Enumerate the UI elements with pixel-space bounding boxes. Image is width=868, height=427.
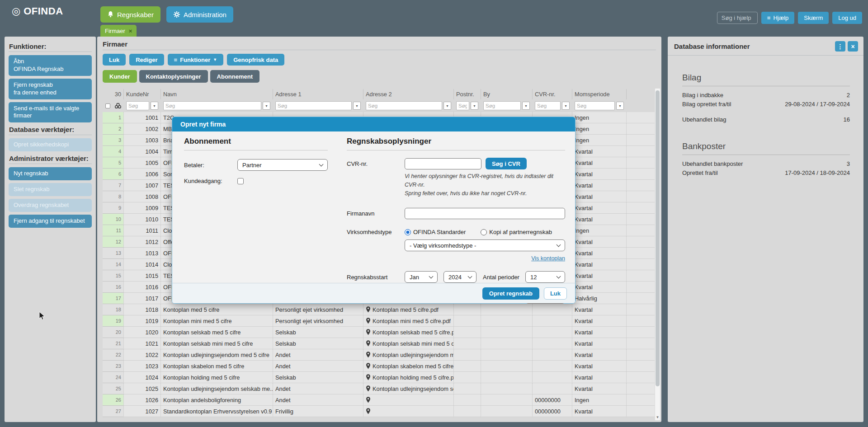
tab-firmaer[interactable]: Firmaer × [100,25,137,37]
filter-input-cvr[interactable] [535,101,561,110]
cell-by [481,304,532,315]
nav-administration-button[interactable]: Administration [166,6,233,23]
column-header-adresse2[interactable]: Adresse 2 [363,89,453,99]
filter-input-adresse1[interactable] [275,101,352,110]
column-header-adresse1[interactable]: Adresse 1 [273,89,363,99]
filter-input-postnr[interactable] [456,101,469,110]
table-row[interactable]: 251025Kontoplan udlejningsejendom selska… [103,383,656,394]
radio-kopi-partnerregnskab[interactable] [481,229,487,235]
column-header-by[interactable]: By [481,89,532,99]
sidebar-button[interactable]: Fjern regnskab fra denne enhed [9,79,92,99]
table-row[interactable]: 271027Standardkontoplan Erhvervsstyrelse… [103,406,656,417]
filter-input-navn[interactable] [163,101,261,110]
filter-dropdown-navn[interactable]: ▼ [263,102,270,110]
filter-input-moms[interactable] [575,101,615,110]
view-tab[interactable]: Abonnement [210,70,259,83]
table-row[interactable]: 211021Kontoplan selskab mini med 5 cifre… [103,338,656,349]
info-row-value: 3 [847,160,850,169]
sog-i-cvr-button[interactable]: Søg i CVR [486,158,527,169]
panel-close-button[interactable]: × [848,41,858,52]
sidebar-button[interactable]: Åbn OFINDA Regnskab [9,55,92,76]
column-header-moms[interactable]: Momsperiode [572,89,626,99]
cell-adresse2: Kontoplan med 5 cifre.pdf [363,304,453,315]
table-row[interactable]: 191019Kontoplan mini med 5 cifrePersonli… [103,315,656,327]
modal-luk-button[interactable]: Luk [544,287,567,300]
table-row[interactable]: 201020Kontoplan selskab med 5 cifreSelsk… [103,327,656,338]
filter-dropdown-by[interactable]: ▼ [522,102,530,110]
cell-moms: Kvartal [572,361,626,372]
firmanavn-input[interactable] [405,208,565,219]
cell-cvr [532,327,572,338]
tab-close-icon[interactable]: × [129,28,132,34]
pin-wrap [366,385,373,392]
filter-dropdown-moms[interactable]: ▼ [616,102,624,110]
genopfrisk-button[interactable]: Genopfrisk data [227,54,284,66]
logout-button[interactable]: Log ud [832,12,862,24]
info-row-label: Bilag i indbakke [682,91,847,100]
sidebar-button[interactable]: Nyt regnskab [9,167,92,180]
funktioner-menu-button[interactable]: ≡ Funktioner ▼ [168,54,224,66]
filter-input-adresse2[interactable] [366,101,442,110]
row-filler [626,135,656,146]
filter-input-kundenr[interactable] [126,101,149,110]
kundeadgang-checkbox[interactable] [237,178,244,184]
sidebar-button[interactable]: Send e-mails til de valgte firmaer [9,102,92,123]
panel-menu-button[interactable]: ⋮ [835,41,845,52]
filter-dropdown-adresse2[interactable]: ▼ [443,102,451,110]
virksomhedstype-select[interactable]: - Vælg virksomhedstype - [405,239,565,251]
scroll-down-arrow-icon[interactable]: ▼ [655,415,660,419]
row-number: 2 [103,123,123,135]
gear-icon [173,11,180,18]
scrollbar-thumb[interactable] [656,90,660,386]
view-tab[interactable]: Kontaktoplysninger [139,70,208,83]
cell-moms: Ingen [572,123,626,135]
table-row[interactable]: 231023Kontoplan skabelon med 5 cifreAnde… [103,361,656,372]
cvr-input[interactable] [405,158,481,169]
rediger-button[interactable]: Rediger [129,54,164,66]
year-select[interactable]: 2024 [443,271,476,283]
column-header-postnr[interactable]: Postnr. [453,89,481,99]
radio-ofinda-standarder[interactable] [405,229,411,235]
table-row[interactable]: 181018Kontoplan med 5 cifrePersonligt ej… [103,304,656,315]
betaler-label: Betaler: [184,162,237,169]
cell-navn: Kontoplan udlejningsejendom selskab me..… [160,383,273,394]
column-header-cvr[interactable]: CVR-nr. [532,89,572,99]
filter-input-by[interactable] [483,101,521,110]
info-row-label: Ubehandlet bilag [682,115,844,124]
sidebar-button[interactable]: Overdrag regnskabet [9,199,92,212]
table-row[interactable]: 241024Kontoplan holding med 5 cifreSelsk… [103,372,656,383]
row-filler [626,383,656,394]
table-row[interactable]: 261026Kontoplan andelsboligforeningAndet… [103,394,656,406]
filter-dropdown-postnr[interactable]: ▼ [471,102,478,110]
find-button[interactable] [114,103,122,109]
month-select[interactable]: Jan [405,271,438,283]
view-tab[interactable]: Kunder [103,70,137,83]
cell-moms: Kvartal [572,383,626,394]
help-button[interactable]: ≡Hjælp [761,12,795,24]
filter-dropdown-cvr[interactable]: ▼ [562,102,570,110]
betaler-select[interactable]: Partner [237,159,328,171]
cell-cvr [532,315,572,327]
sidebar-button[interactable]: Opret sikkerhedskopi [9,138,92,151]
table-row[interactable]: 221022Kontoplan udlejningsejendom med 5 … [103,349,656,361]
nav-regnskaber-button[interactable]: Regnskaber [100,6,160,23]
column-header-kundenr[interactable]: KundeNr [123,89,160,99]
sidebar-button[interactable]: Fjern adgang til regnskabet [9,215,92,228]
cell-postnr [453,349,481,361]
luk-button[interactable]: Luk [103,54,126,66]
screen-button[interactable]: Skærm [798,12,829,24]
filter-dropdown-kundenr[interactable]: ▼ [151,102,158,110]
divider [682,155,850,155]
vis-kontoplan-link[interactable]: Vis kontoplan [531,255,565,262]
select-all-checkbox[interactable] [105,103,110,108]
vertical-scrollbar[interactable]: ▼ [655,88,660,421]
antal-perioder-select[interactable]: 12 [525,271,565,283]
sidebar-button[interactable]: Slet regnskab [9,183,92,196]
help-search-input[interactable] [717,12,758,24]
column-header-navn[interactable]: Navn [160,89,273,99]
info-row: Bilag oprettet fra/til29-08-2024 / 17-09… [682,100,850,109]
filter-dropdown-adresse1[interactable]: ▼ [353,102,361,110]
opret-regnskab-button[interactable]: Opret regnskab [482,287,539,300]
filter-cell-cvr: ▼ [532,99,572,112]
cell-moms: Kvartal [572,282,626,293]
